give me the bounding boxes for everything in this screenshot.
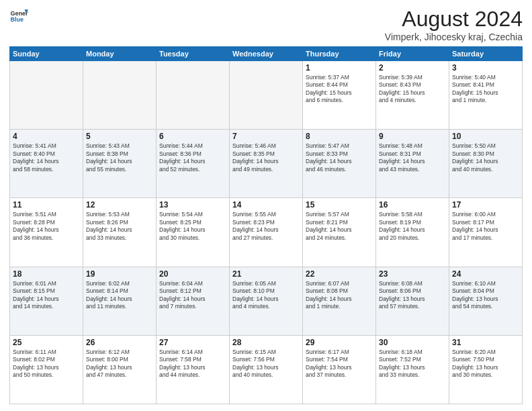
day-info: Sunrise: 6:14 AM Sunset: 7:58 PM Dayligh… <box>159 349 226 379</box>
day-info: Sunrise: 5:46 AM Sunset: 8:35 PM Dayligh… <box>232 142 300 173</box>
calendar-week-row: 18Sunrise: 6:01 AM Sunset: 8:15 PM Dayli… <box>10 267 523 335</box>
day-info: Sunrise: 6:08 AM Sunset: 8:06 PM Dayligh… <box>379 280 446 311</box>
day-info: Sunrise: 5:48 AM Sunset: 8:31 PM Dayligh… <box>379 142 446 173</box>
calendar-cell: 4Sunrise: 5:41 AM Sunset: 8:40 PM Daylig… <box>10 130 83 198</box>
day-info: Sunrise: 6:11 AM Sunset: 8:02 PM Dayligh… <box>13 349 80 379</box>
day-info: Sunrise: 6:02 AM Sunset: 8:14 PM Dayligh… <box>86 280 153 311</box>
day-number: 17 <box>452 200 519 210</box>
calendar-cell: 12Sunrise: 5:53 AM Sunset: 8:26 PM Dayli… <box>83 198 157 267</box>
day-number: 30 <box>379 338 446 347</box>
calendar-cell: 10Sunrise: 5:50 AM Sunset: 8:30 PM Dayli… <box>449 130 523 198</box>
calendar-cell: 1Sunrise: 5:37 AM Sunset: 8:44 PM Daylig… <box>303 61 376 130</box>
day-info: Sunrise: 5:40 AM Sunset: 8:41 PM Dayligh… <box>452 74 519 105</box>
day-number: 2 <box>379 63 446 73</box>
page: General Blue August 2024 Vimperk, Jihoce… <box>0 0 532 411</box>
day-number: 16 <box>379 200 446 210</box>
day-info: Sunrise: 6:18 AM Sunset: 7:52 PM Dayligh… <box>379 349 446 379</box>
day-info: Sunrise: 5:50 AM Sunset: 8:30 PM Dayligh… <box>452 142 519 173</box>
svg-text:Blue: Blue <box>10 16 24 23</box>
calendar-cell: 28Sunrise: 6:15 AM Sunset: 7:56 PM Dayli… <box>230 335 303 404</box>
day-number: 29 <box>306 338 373 347</box>
day-number: 5 <box>86 132 153 141</box>
calendar-cell: 6Sunrise: 5:44 AM Sunset: 8:36 PM Daylig… <box>157 130 230 198</box>
day-number: 24 <box>452 269 519 279</box>
day-number: 1 <box>306 63 373 73</box>
day-number: 18 <box>13 269 80 279</box>
day-number: 11 <box>13 200 80 210</box>
calendar-cell: 8Sunrise: 5:47 AM Sunset: 8:33 PM Daylig… <box>303 130 376 198</box>
day-info: Sunrise: 5:51 AM Sunset: 8:28 PM Dayligh… <box>13 211 80 242</box>
day-number: 15 <box>306 200 373 210</box>
day-number: 14 <box>232 200 300 210</box>
day-number: 25 <box>13 338 80 347</box>
day-info: Sunrise: 6:00 AM Sunset: 8:17 PM Dayligh… <box>452 211 519 242</box>
day-info: Sunrise: 6:01 AM Sunset: 8:15 PM Dayligh… <box>13 280 80 311</box>
calendar-cell: 13Sunrise: 5:54 AM Sunset: 8:25 PM Dayli… <box>157 198 230 267</box>
calendar-cell: 5Sunrise: 5:43 AM Sunset: 8:38 PM Daylig… <box>83 130 157 198</box>
day-info: Sunrise: 6:07 AM Sunset: 8:08 PM Dayligh… <box>306 280 373 311</box>
calendar-week-row: 25Sunrise: 6:11 AM Sunset: 8:02 PM Dayli… <box>10 335 523 404</box>
calendar-cell: 19Sunrise: 6:02 AM Sunset: 8:14 PM Dayli… <box>83 267 157 335</box>
calendar-cell: 2Sunrise: 5:39 AM Sunset: 8:43 PM Daylig… <box>376 61 449 130</box>
day-number: 23 <box>379 269 446 279</box>
calendar-cell: 22Sunrise: 6:07 AM Sunset: 8:08 PM Dayli… <box>303 267 376 335</box>
day-info: Sunrise: 5:54 AM Sunset: 8:25 PM Dayligh… <box>159 211 226 242</box>
calendar-cell: 7Sunrise: 5:46 AM Sunset: 8:35 PM Daylig… <box>230 130 303 198</box>
calendar-cell: 9Sunrise: 5:48 AM Sunset: 8:31 PM Daylig… <box>376 130 449 198</box>
calendar-cell <box>83 61 157 130</box>
day-number: 8 <box>306 132 373 141</box>
calendar-cell: 26Sunrise: 6:12 AM Sunset: 8:00 PM Dayli… <box>83 335 157 404</box>
day-number: 6 <box>159 132 226 141</box>
calendar-cell: 11Sunrise: 5:51 AM Sunset: 8:28 PM Dayli… <box>10 198 83 267</box>
day-info: Sunrise: 6:15 AM Sunset: 7:56 PM Dayligh… <box>232 349 300 379</box>
calendar-cell: 24Sunrise: 6:10 AM Sunset: 8:04 PM Dayli… <box>449 267 523 335</box>
logo: General Blue <box>9 7 30 26</box>
calendar-cell: 29Sunrise: 6:17 AM Sunset: 7:54 PM Dayli… <box>303 335 376 404</box>
day-number: 7 <box>232 132 300 141</box>
day-info: Sunrise: 6:12 AM Sunset: 8:00 PM Dayligh… <box>86 349 153 379</box>
logo-icon: General Blue <box>9 7 28 26</box>
day-info: Sunrise: 6:20 AM Sunset: 7:50 PM Dayligh… <box>452 349 519 379</box>
day-number: 31 <box>452 338 519 347</box>
calendar-header-thursday: Thursday <box>303 47 376 61</box>
calendar-header-row: SundayMondayTuesdayWednesdayThursdayFrid… <box>10 47 523 61</box>
month-year-title: August 2024 <box>385 7 523 32</box>
calendar-cell: 25Sunrise: 6:11 AM Sunset: 8:02 PM Dayli… <box>10 335 83 404</box>
calendar-cell: 18Sunrise: 6:01 AM Sunset: 8:15 PM Dayli… <box>10 267 83 335</box>
day-number: 13 <box>159 200 226 210</box>
day-info: Sunrise: 5:39 AM Sunset: 8:43 PM Dayligh… <box>379 74 446 105</box>
day-number: 4 <box>13 132 80 141</box>
calendar-cell: 30Sunrise: 6:18 AM Sunset: 7:52 PM Dayli… <box>376 335 449 404</box>
day-number: 20 <box>159 269 226 279</box>
day-number: 3 <box>452 63 519 73</box>
calendar-header-wednesday: Wednesday <box>230 47 303 61</box>
calendar-cell <box>230 61 303 130</box>
calendar-cell: 31Sunrise: 6:20 AM Sunset: 7:50 PM Dayli… <box>449 335 523 404</box>
calendar-cell: 3Sunrise: 5:40 AM Sunset: 8:41 PM Daylig… <box>449 61 523 130</box>
day-info: Sunrise: 5:43 AM Sunset: 8:38 PM Dayligh… <box>86 142 153 173</box>
location-text: Vimperk, Jihocesky kraj, Czechia <box>385 32 523 42</box>
day-info: Sunrise: 5:58 AM Sunset: 8:19 PM Dayligh… <box>379 211 446 242</box>
calendar-cell: 14Sunrise: 5:55 AM Sunset: 8:23 PM Dayli… <box>230 198 303 267</box>
calendar-cell: 27Sunrise: 6:14 AM Sunset: 7:58 PM Dayli… <box>157 335 230 404</box>
day-number: 27 <box>159 338 226 347</box>
calendar-cell: 21Sunrise: 6:05 AM Sunset: 8:10 PM Dayli… <box>230 267 303 335</box>
day-number: 22 <box>306 269 373 279</box>
day-info: Sunrise: 5:41 AM Sunset: 8:40 PM Dayligh… <box>13 142 80 173</box>
calendar-cell: 17Sunrise: 6:00 AM Sunset: 8:17 PM Dayli… <box>449 198 523 267</box>
day-info: Sunrise: 6:17 AM Sunset: 7:54 PM Dayligh… <box>306 349 373 379</box>
calendar-cell: 20Sunrise: 6:04 AM Sunset: 8:12 PM Dayli… <box>157 267 230 335</box>
day-info: Sunrise: 5:37 AM Sunset: 8:44 PM Dayligh… <box>306 74 373 105</box>
day-number: 10 <box>452 132 519 141</box>
calendar-week-row: 1Sunrise: 5:37 AM Sunset: 8:44 PM Daylig… <box>10 61 523 130</box>
calendar-cell: 15Sunrise: 5:57 AM Sunset: 8:21 PM Dayli… <box>303 198 376 267</box>
calendar-header-sunday: Sunday <box>10 47 83 61</box>
day-info: Sunrise: 5:44 AM Sunset: 8:36 PM Dayligh… <box>159 142 226 173</box>
day-number: 28 <box>232 338 300 347</box>
day-info: Sunrise: 5:53 AM Sunset: 8:26 PM Dayligh… <box>86 211 153 242</box>
day-number: 26 <box>86 338 153 347</box>
calendar-cell <box>157 61 230 130</box>
day-info: Sunrise: 6:05 AM Sunset: 8:10 PM Dayligh… <box>232 280 300 311</box>
calendar-header-monday: Monday <box>83 47 157 61</box>
calendar-header-saturday: Saturday <box>449 47 523 61</box>
